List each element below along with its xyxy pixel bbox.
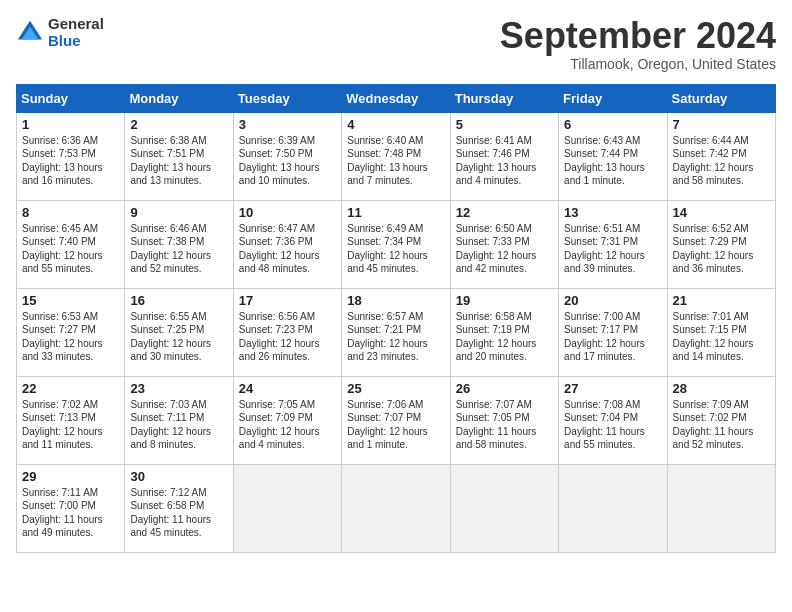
weekday-header-cell: Monday xyxy=(125,84,233,112)
location-text: Tillamook, Oregon, United States xyxy=(500,56,776,72)
day-info: Sunrise: 6:38 AM Sunset: 7:51 PM Dayligh… xyxy=(130,134,227,188)
day-number: 11 xyxy=(347,205,444,220)
logo-blue-text: Blue xyxy=(48,33,104,50)
title-block: September 2024 Tillamook, Oregon, United… xyxy=(500,16,776,72)
calendar-day-cell: 12Sunrise: 6:50 AM Sunset: 7:33 PM Dayli… xyxy=(450,200,558,288)
calendar-day-cell: 1Sunrise: 6:36 AM Sunset: 7:53 PM Daylig… xyxy=(17,112,125,200)
day-number: 12 xyxy=(456,205,553,220)
weekday-header-cell: Wednesday xyxy=(342,84,450,112)
calendar-day-cell: 11Sunrise: 6:49 AM Sunset: 7:34 PM Dayli… xyxy=(342,200,450,288)
calendar-day-cell: 18Sunrise: 6:57 AM Sunset: 7:21 PM Dayli… xyxy=(342,288,450,376)
calendar-day-cell: 21Sunrise: 7:01 AM Sunset: 7:15 PM Dayli… xyxy=(667,288,775,376)
calendar-day-cell: 16Sunrise: 6:55 AM Sunset: 7:25 PM Dayli… xyxy=(125,288,233,376)
calendar-week-row: 15Sunrise: 6:53 AM Sunset: 7:27 PM Dayli… xyxy=(17,288,776,376)
logo-icon xyxy=(16,19,44,47)
day-info: Sunrise: 6:55 AM Sunset: 7:25 PM Dayligh… xyxy=(130,310,227,364)
calendar-day-cell: 23Sunrise: 7:03 AM Sunset: 7:11 PM Dayli… xyxy=(125,376,233,464)
day-number: 23 xyxy=(130,381,227,396)
calendar-table: SundayMondayTuesdayWednesdayThursdayFrid… xyxy=(16,84,776,553)
weekday-header-cell: Friday xyxy=(559,84,667,112)
day-info: Sunrise: 7:08 AM Sunset: 7:04 PM Dayligh… xyxy=(564,398,661,452)
calendar-day-cell: 10Sunrise: 6:47 AM Sunset: 7:36 PM Dayli… xyxy=(233,200,341,288)
weekday-header-cell: Tuesday xyxy=(233,84,341,112)
calendar-day-cell: 27Sunrise: 7:08 AM Sunset: 7:04 PM Dayli… xyxy=(559,376,667,464)
month-title: September 2024 xyxy=(500,16,776,56)
weekday-header-cell: Saturday xyxy=(667,84,775,112)
calendar-day-cell xyxy=(667,464,775,552)
calendar-day-cell: 15Sunrise: 6:53 AM Sunset: 7:27 PM Dayli… xyxy=(17,288,125,376)
day-number: 26 xyxy=(456,381,553,396)
day-number: 15 xyxy=(22,293,119,308)
day-number: 3 xyxy=(239,117,336,132)
calendar-day-cell xyxy=(559,464,667,552)
page-header: General Blue September 2024 Tillamook, O… xyxy=(16,16,776,72)
day-info: Sunrise: 6:39 AM Sunset: 7:50 PM Dayligh… xyxy=(239,134,336,188)
calendar-day-cell: 13Sunrise: 6:51 AM Sunset: 7:31 PM Dayli… xyxy=(559,200,667,288)
calendar-day-cell: 22Sunrise: 7:02 AM Sunset: 7:13 PM Dayli… xyxy=(17,376,125,464)
calendar-day-cell: 26Sunrise: 7:07 AM Sunset: 7:05 PM Dayli… xyxy=(450,376,558,464)
day-number: 5 xyxy=(456,117,553,132)
calendar-day-cell: 5Sunrise: 6:41 AM Sunset: 7:46 PM Daylig… xyxy=(450,112,558,200)
logo: General Blue xyxy=(16,16,104,49)
day-number: 10 xyxy=(239,205,336,220)
calendar-day-cell: 17Sunrise: 6:56 AM Sunset: 7:23 PM Dayli… xyxy=(233,288,341,376)
calendar-day-cell xyxy=(450,464,558,552)
calendar-day-cell: 9Sunrise: 6:46 AM Sunset: 7:38 PM Daylig… xyxy=(125,200,233,288)
calendar-week-row: 8Sunrise: 6:45 AM Sunset: 7:40 PM Daylig… xyxy=(17,200,776,288)
day-info: Sunrise: 6:47 AM Sunset: 7:36 PM Dayligh… xyxy=(239,222,336,276)
day-info: Sunrise: 7:03 AM Sunset: 7:11 PM Dayligh… xyxy=(130,398,227,452)
calendar-day-cell: 20Sunrise: 7:00 AM Sunset: 7:17 PM Dayli… xyxy=(559,288,667,376)
day-number: 17 xyxy=(239,293,336,308)
logo-general-text: General xyxy=(48,16,104,33)
day-info: Sunrise: 6:43 AM Sunset: 7:44 PM Dayligh… xyxy=(564,134,661,188)
calendar-week-row: 22Sunrise: 7:02 AM Sunset: 7:13 PM Dayli… xyxy=(17,376,776,464)
calendar-week-row: 1Sunrise: 6:36 AM Sunset: 7:53 PM Daylig… xyxy=(17,112,776,200)
calendar-day-cell: 25Sunrise: 7:06 AM Sunset: 7:07 PM Dayli… xyxy=(342,376,450,464)
day-number: 22 xyxy=(22,381,119,396)
day-number: 18 xyxy=(347,293,444,308)
day-info: Sunrise: 7:12 AM Sunset: 6:58 PM Dayligh… xyxy=(130,486,227,540)
day-info: Sunrise: 7:11 AM Sunset: 7:00 PM Dayligh… xyxy=(22,486,119,540)
day-info: Sunrise: 6:36 AM Sunset: 7:53 PM Dayligh… xyxy=(22,134,119,188)
day-number: 27 xyxy=(564,381,661,396)
day-info: Sunrise: 6:52 AM Sunset: 7:29 PM Dayligh… xyxy=(673,222,770,276)
weekday-header-cell: Thursday xyxy=(450,84,558,112)
day-info: Sunrise: 6:44 AM Sunset: 7:42 PM Dayligh… xyxy=(673,134,770,188)
day-number: 28 xyxy=(673,381,770,396)
day-info: Sunrise: 6:50 AM Sunset: 7:33 PM Dayligh… xyxy=(456,222,553,276)
day-number: 9 xyxy=(130,205,227,220)
calendar-day-cell: 6Sunrise: 6:43 AM Sunset: 7:44 PM Daylig… xyxy=(559,112,667,200)
calendar-day-cell: 2Sunrise: 6:38 AM Sunset: 7:51 PM Daylig… xyxy=(125,112,233,200)
day-number: 13 xyxy=(564,205,661,220)
calendar-day-cell xyxy=(342,464,450,552)
calendar-day-cell: 4Sunrise: 6:40 AM Sunset: 7:48 PM Daylig… xyxy=(342,112,450,200)
day-number: 25 xyxy=(347,381,444,396)
day-info: Sunrise: 6:46 AM Sunset: 7:38 PM Dayligh… xyxy=(130,222,227,276)
calendar-day-cell: 3Sunrise: 6:39 AM Sunset: 7:50 PM Daylig… xyxy=(233,112,341,200)
day-number: 8 xyxy=(22,205,119,220)
calendar-day-cell xyxy=(233,464,341,552)
day-number: 14 xyxy=(673,205,770,220)
day-number: 24 xyxy=(239,381,336,396)
day-number: 7 xyxy=(673,117,770,132)
day-number: 1 xyxy=(22,117,119,132)
day-info: Sunrise: 6:51 AM Sunset: 7:31 PM Dayligh… xyxy=(564,222,661,276)
day-number: 30 xyxy=(130,469,227,484)
weekday-header-row: SundayMondayTuesdayWednesdayThursdayFrid… xyxy=(17,84,776,112)
day-info: Sunrise: 7:06 AM Sunset: 7:07 PM Dayligh… xyxy=(347,398,444,452)
day-info: Sunrise: 7:01 AM Sunset: 7:15 PM Dayligh… xyxy=(673,310,770,364)
day-info: Sunrise: 6:58 AM Sunset: 7:19 PM Dayligh… xyxy=(456,310,553,364)
day-number: 29 xyxy=(22,469,119,484)
day-info: Sunrise: 6:53 AM Sunset: 7:27 PM Dayligh… xyxy=(22,310,119,364)
weekday-header-cell: Sunday xyxy=(17,84,125,112)
day-number: 6 xyxy=(564,117,661,132)
calendar-day-cell: 19Sunrise: 6:58 AM Sunset: 7:19 PM Dayli… xyxy=(450,288,558,376)
day-info: Sunrise: 7:09 AM Sunset: 7:02 PM Dayligh… xyxy=(673,398,770,452)
day-info: Sunrise: 6:45 AM Sunset: 7:40 PM Dayligh… xyxy=(22,222,119,276)
day-info: Sunrise: 6:41 AM Sunset: 7:46 PM Dayligh… xyxy=(456,134,553,188)
calendar-week-row: 29Sunrise: 7:11 AM Sunset: 7:00 PM Dayli… xyxy=(17,464,776,552)
day-number: 4 xyxy=(347,117,444,132)
day-info: Sunrise: 7:02 AM Sunset: 7:13 PM Dayligh… xyxy=(22,398,119,452)
calendar-day-cell: 28Sunrise: 7:09 AM Sunset: 7:02 PM Dayli… xyxy=(667,376,775,464)
calendar-day-cell: 8Sunrise: 6:45 AM Sunset: 7:40 PM Daylig… xyxy=(17,200,125,288)
